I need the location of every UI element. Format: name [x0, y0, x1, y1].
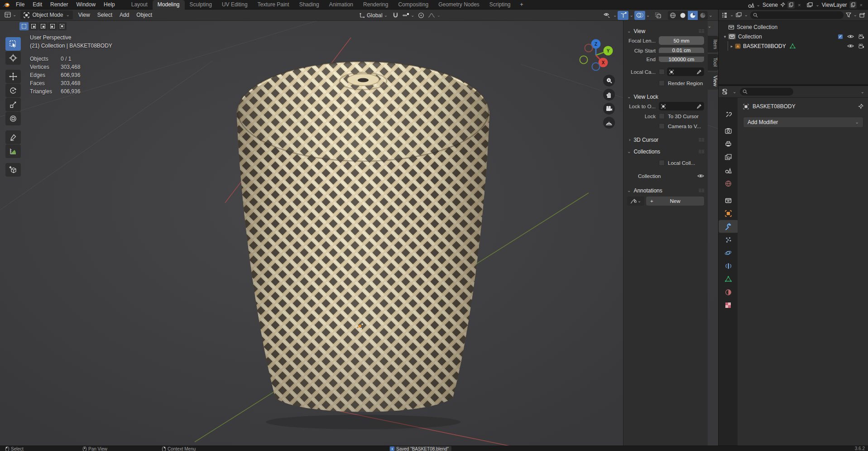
pin-icon[interactable] — [858, 104, 863, 109]
object-visibility-dropdown[interactable] — [601, 11, 612, 20]
display-mode-icon[interactable] — [736, 12, 742, 18]
camera-to-view-checkbox[interactable] — [659, 123, 665, 129]
mode-dropdown[interactable]: Object Mode ⌄ — [20, 10, 72, 19]
tab-constraints[interactable] — [719, 259, 738, 272]
hide-eye-icon[interactable] — [847, 34, 854, 39]
lock-to-object-field[interactable] — [659, 102, 704, 110]
local-camera-checkbox[interactable] — [659, 69, 665, 75]
select-mode-extend[interactable] — [29, 22, 38, 30]
tab-object-data[interactable] — [719, 273, 738, 285]
workspace-tab-uv-editing[interactable]: UV Editing — [217, 0, 253, 10]
menu-edit[interactable]: Edit — [29, 0, 46, 10]
tab-output[interactable] — [719, 138, 738, 150]
menu-render[interactable]: Render — [46, 0, 72, 10]
shading-solid-button[interactable] — [678, 11, 688, 20]
new-view-layer-button[interactable] — [849, 1, 857, 9]
breadcrumb-object-name[interactable]: BASKET08BODY — [753, 103, 796, 110]
new-scene-button[interactable] — [787, 1, 795, 9]
local-camera-field[interactable] — [667, 67, 704, 76]
tab-tool[interactable] — [719, 108, 738, 120]
camera-view-button[interactable] — [603, 103, 615, 115]
view-layer-selector[interactable]: ⌄ ViewLayer × — [805, 1, 865, 9]
lock-3d-cursor-checkbox[interactable] — [659, 113, 665, 119]
outliner-row-object[interactable]: ▸ BASKET08BODY — [719, 41, 868, 51]
outliner-row-collection[interactable]: ▾ Collection ✓ — [719, 32, 868, 41]
tool-annotate[interactable] — [5, 130, 21, 144]
shading-material-preview-button[interactable] — [688, 11, 698, 20]
n-tab-item[interactable]: Item — [708, 36, 718, 53]
pan-button[interactable] — [603, 89, 615, 101]
collection-visibility-eye-icon[interactable] — [697, 173, 704, 178]
workspace-tab-layout[interactable]: Layout — [126, 0, 153, 10]
tool-select-box[interactable] — [5, 37, 21, 51]
select-mode-new[interactable] — [19, 22, 29, 30]
tab-view-layer[interactable] — [719, 151, 738, 163]
new-collection-icon[interactable] — [859, 12, 865, 18]
section-3d-cursor[interactable]: ⌄ 3D Cursor ⠿⠿ — [627, 135, 704, 145]
tab-render[interactable] — [719, 125, 738, 137]
workspace-tab-shading[interactable]: Shading — [294, 0, 324, 10]
properties-search-input[interactable] — [740, 88, 793, 96]
workspace-tab-rendering[interactable]: Rendering — [358, 0, 393, 10]
tab-particles[interactable] — [719, 233, 738, 246]
outliner-search-input[interactable] — [750, 11, 844, 19]
zoom-button[interactable] — [603, 75, 615, 86]
properties-editor-icon[interactable] — [722, 89, 729, 95]
tool-move[interactable] — [5, 70, 21, 83]
basket-object[interactable] — [237, 62, 489, 429]
section-view[interactable]: ⌄ View ⠿⠿ — [627, 26, 704, 36]
workspace-tab-modeling[interactable]: Modeling — [153, 0, 185, 10]
workspace-tab-scripting[interactable]: Scripting — [484, 0, 516, 10]
tool-transform[interactable] — [5, 112, 21, 125]
outliner-editor-icon[interactable] — [721, 12, 728, 18]
properties-options-dropdown[interactable]: ⌄ — [861, 90, 864, 94]
disable-render-camera-icon[interactable] — [858, 43, 864, 49]
tab-material[interactable] — [719, 286, 738, 298]
workspace-tab-compositing[interactable]: Compositing — [393, 0, 433, 10]
tab-modifiers[interactable] — [719, 220, 738, 233]
viewport-canvas[interactable]: Z Y X Options ⌄ User Perspective (21) Co… — [0, 21, 718, 446]
toggle-perspective-button[interactable] — [603, 117, 615, 129]
shading-rendered-button[interactable] — [698, 11, 708, 20]
gizmos-toggle[interactable] — [618, 11, 628, 20]
workspace-tab-animation[interactable]: Animation — [324, 0, 358, 10]
section-annotations[interactable]: ⌄ Annotations ⠿⠿ — [627, 186, 704, 196]
gizmo-minus-x-axis[interactable] — [585, 44, 593, 52]
navigation-gizmo[interactable]: Z Y X — [580, 39, 613, 71]
menu-file[interactable]: File — [12, 0, 29, 10]
overlays-toggle[interactable] — [634, 11, 645, 20]
add-workspace-button[interactable]: + — [516, 0, 528, 10]
tab-scene[interactable] — [719, 164, 738, 177]
select-mode-subtract[interactable] — [38, 22, 48, 30]
tool-rotate[interactable] — [5, 84, 21, 97]
blender-logo-icon[interactable] — [0, 0, 12, 10]
menu-select[interactable]: Select — [94, 12, 116, 18]
tab-physics[interactable] — [719, 246, 738, 259]
local-collections-checkbox[interactable] — [659, 160, 665, 166]
eyedropper-icon[interactable] — [697, 69, 702, 74]
section-view-lock[interactable]: ⌄ View Lock — [627, 92, 704, 102]
tab-object[interactable] — [719, 207, 738, 220]
tool-cursor[interactable] — [5, 51, 21, 65]
tab-texture[interactable] — [719, 299, 738, 312]
select-mode-intersect[interactable] — [58, 22, 67, 30]
render-region-checkbox[interactable] — [659, 80, 665, 86]
menu-add[interactable]: Add — [116, 12, 133, 18]
proportional-falloff-dropdown[interactable]: ⌄ — [427, 11, 441, 20]
remove-view-layer-button[interactable]: × — [859, 2, 863, 8]
tool-add-cube[interactable] — [5, 163, 21, 177]
pin-icon[interactable] — [780, 2, 785, 7]
menu-object[interactable]: Object — [133, 12, 156, 18]
snap-toggle[interactable] — [392, 11, 399, 20]
workspace-tab-sculpting[interactable]: Sculpting — [185, 0, 217, 10]
shading-wireframe-button[interactable] — [668, 11, 678, 20]
tab-collection[interactable] — [719, 194, 738, 206]
xray-toggle[interactable] — [652, 11, 663, 20]
hide-eye-icon[interactable] — [847, 43, 854, 48]
tab-world[interactable] — [719, 177, 738, 190]
proportional-editing-toggle[interactable] — [417, 11, 425, 20]
menu-view[interactable]: View — [75, 12, 94, 18]
scene-selector[interactable]: ⌄ Scene × — [746, 1, 804, 9]
n-tab-view[interactable]: View — [708, 72, 718, 90]
unlink-scene-button[interactable]: × — [797, 2, 801, 8]
